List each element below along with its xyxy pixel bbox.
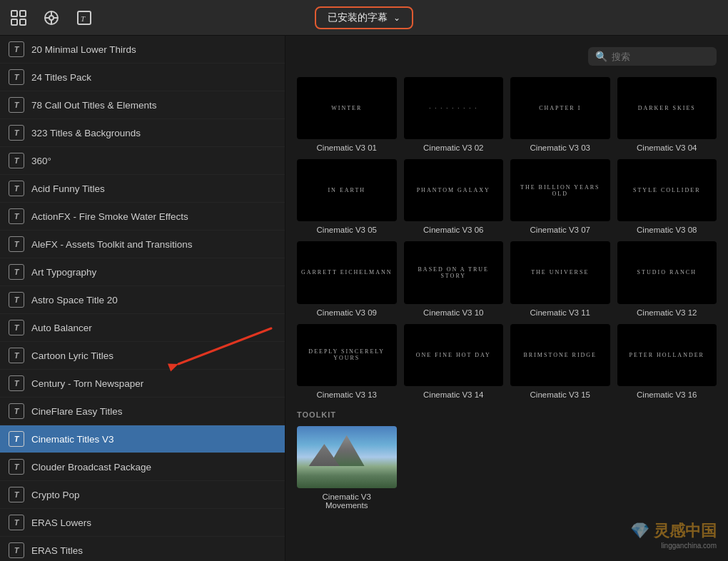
installed-captions-dropdown[interactable]: 已安装的字幕 ⌄ <box>315 6 413 29</box>
grid-icon[interactable] <box>9 8 29 28</box>
sidebar-item[interactable]: T78 Call Out Titles & Elements <box>0 91 285 119</box>
toolkit-item[interactable]: Cinematic V3Movements <box>297 426 397 510</box>
svg-rect-1 <box>20 11 26 16</box>
grid-item[interactable]: ONE FINE HOT DAY Cinematic V3 14 <box>404 324 504 399</box>
toolkit-thumb <box>297 426 397 488</box>
title-icon: T <box>9 375 24 391</box>
grid-label: Cinematic V3 14 <box>423 390 483 399</box>
grid-item[interactable]: STYLE COLLIDER Cinematic V3 08 <box>617 159 717 234</box>
title-icon: T <box>9 97 24 113</box>
grid-label: Cinematic V3 06 <box>423 226 483 234</box>
sidebar-item[interactable]: TCrypto Pop <box>0 481 285 509</box>
sidebar-item[interactable]: T20 Minimal Lower Thirds <box>0 36 285 64</box>
thumb-text: DARKER SKIES <box>635 102 699 114</box>
search-wrap: 🔍 <box>588 47 717 66</box>
grid-thumb: CHAPTER I <box>510 77 610 139</box>
grid-label: Cinematic V3 04 <box>637 143 697 152</box>
grid-label: Cinematic V3 07 <box>530 226 590 234</box>
sidebar-item[interactable]: TAuto Balancer <box>0 314 285 342</box>
toolkit-section: TOOLKIT Cinematic V3Movements <box>297 410 717 510</box>
grid-thumb: STUDIO RANCH <box>617 241 717 303</box>
thumb-text: STUDIO RANCH <box>635 266 699 278</box>
sidebar-item[interactable]: TCentury - Torn Newspaper <box>0 370 285 398</box>
mountain-image <box>297 426 397 488</box>
svg-text:T: T <box>81 14 86 23</box>
grid-item[interactable]: IN EARTH Cinematic V3 05 <box>297 159 397 234</box>
title-icon: T <box>9 542 24 558</box>
title-icon: T <box>9 153 24 168</box>
grid-item[interactable]: BASED ON A TRUE STORY Cinematic V3 10 <box>404 241 504 316</box>
search-icon: 🔍 <box>595 51 607 62</box>
thumb-text: PETER HOLLANDER <box>627 349 707 361</box>
grid-item[interactable]: CHAPTER I Cinematic V3 03 <box>510 77 610 152</box>
search-input[interactable] <box>612 51 704 62</box>
svg-point-5 <box>49 16 54 20</box>
grid-label: Cinematic V3 16 <box>637 390 697 399</box>
sidebar-item[interactable]: TAcid Funny Titles <box>0 175 285 203</box>
sidebar-item[interactable]: TArt Typography <box>0 258 285 286</box>
grid-thumb: IN EARTH <box>297 159 397 221</box>
title-icon: T <box>9 431 24 447</box>
svg-rect-2 <box>11 19 17 25</box>
sidebar-item[interactable]: TCinematic Titles V3 <box>0 425 285 453</box>
grid-item[interactable]: THE UNIVERSE Cinematic V3 11 <box>510 241 610 316</box>
toolkit-item-label: Cinematic V3Movements <box>323 492 371 510</box>
sidebar-item-label: Auto Balancer <box>31 323 92 333</box>
grid-item[interactable]: · · · · · · · · · Cinematic V3 02 <box>404 77 504 152</box>
sidebar-item[interactable]: TActionFX - Fire Smoke Water Effects <box>0 203 285 231</box>
sidebar-item[interactable]: TERAS Lowers <box>0 509 285 537</box>
main-layout: T20 Minimal Lower ThirdsT24 Titles PackT… <box>0 36 728 561</box>
title-icon: T <box>9 403 24 419</box>
grid-item[interactable]: STUDIO RANCH Cinematic V3 12 <box>617 241 717 316</box>
grid-item[interactable]: GARRETT EICHELMANN Cinematic V3 09 <box>297 241 397 316</box>
sidebar-item-label: ERAS Titles <box>31 545 83 556</box>
grid-thumb: DEEPLY SINCERELY YOURS <box>297 324 397 386</box>
grid-thumb: GARRETT EICHELMANN <box>297 241 397 303</box>
grid-thumb: WINTER <box>297 77 397 139</box>
sidebar-item-label: Cartoon Lyric Titles <box>31 350 113 361</box>
grid-thumb: BASED ON A TRUE STORY <box>404 241 504 303</box>
sidebar-item[interactable]: T323 Titles & Backgrounds <box>0 119 285 147</box>
top-bar: T 已安装的字幕 ⌄ <box>0 0 728 36</box>
grid-item[interactable]: WINTER Cinematic V3 01 <box>297 77 397 152</box>
sidebar-item[interactable]: TAleFX - Assets Toolkit and Transitions <box>0 231 285 258</box>
sidebar-item[interactable]: TClouder Broadcast Package <box>0 453 285 481</box>
sidebar-item-label: 20 Minimal Lower Thirds <box>31 44 136 55</box>
thumb-text: THE UNIVERSE <box>528 266 592 278</box>
sidebar-item-label: Acid Funny Titles <box>31 183 105 194</box>
grid-item[interactable]: DARKER SKIES Cinematic V3 04 <box>617 77 717 152</box>
sidebar-item-label: 24 Titles Pack <box>31 72 91 83</box>
grid-label: Cinematic V3 03 <box>530 143 590 152</box>
grid-thumb: PETER HOLLANDER <box>617 324 717 386</box>
thumb-text: · · · · · · · · · <box>426 102 480 114</box>
title-icon: T <box>9 125 24 141</box>
sidebar-item[interactable]: TCineFlare Easy Titles <box>0 398 285 425</box>
content-area: 🔍 WINTER Cinematic V3 01 · · · · · · · ·… <box>285 36 728 561</box>
grid-label: Cinematic V3 01 <box>317 143 377 152</box>
grid-thumb: DARKER SKIES <box>617 77 717 139</box>
svg-rect-3 <box>20 19 26 25</box>
grid-item[interactable]: BRIMSTONE RIDGE Cinematic V3 15 <box>510 324 610 399</box>
grid-item[interactable]: PHANTOM GALAXY Cinematic V3 06 <box>404 159 504 234</box>
sidebar-item[interactable]: TCartoon Lyric Titles <box>0 342 285 370</box>
sidebar-item[interactable]: T24 Titles Pack <box>0 64 285 91</box>
title-icon: T <box>9 69 24 85</box>
title-icon: T <box>9 348 24 363</box>
title-icon: T <box>9 181 24 196</box>
dropdown-label: 已安装的字幕 <box>328 11 388 24</box>
grid-label: Cinematic V3 09 <box>317 308 377 317</box>
grid-item[interactable]: THE BILLION YEARS OLD Cinematic V3 07 <box>510 159 610 234</box>
grid-item[interactable]: DEEPLY SINCERELY YOURS Cinematic V3 13 <box>297 324 397 399</box>
sidebar-item[interactable]: TAstro Space Title 20 <box>0 286 285 314</box>
chevron-down-icon: ⌄ <box>393 13 400 23</box>
text-icon[interactable]: T <box>74 8 94 28</box>
grid-thumb: ONE FINE HOT DAY <box>404 324 504 386</box>
music-icon[interactable] <box>41 8 61 28</box>
cinematic-grid: WINTER Cinematic V3 01 · · · · · · · · ·… <box>297 77 717 399</box>
sidebar-item[interactable]: T360° <box>0 147 285 175</box>
thumb-text: STYLE COLLIDER <box>630 184 703 196</box>
thumb-text: DEEPLY SINCERELY YOURS <box>297 345 397 364</box>
grid-item[interactable]: PETER HOLLANDER Cinematic V3 16 <box>617 324 717 399</box>
title-icon: T <box>9 320 24 335</box>
sidebar-item[interactable]: TERAS Titles <box>0 537 285 561</box>
